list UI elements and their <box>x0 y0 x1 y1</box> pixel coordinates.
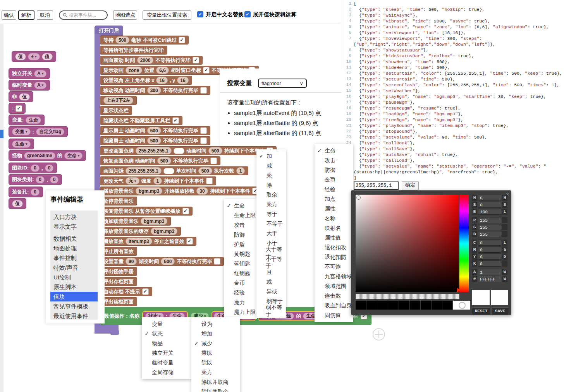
checkbox-field[interactable] <box>200 87 207 94</box>
menu-item[interactable]: 除以并取余 <box>191 387 240 392</box>
menu-item[interactable]: 小于等于 <box>256 258 286 267</box>
menu-item[interactable]: 经验 <box>315 185 353 194</box>
statement-block[interactable]: 等待500毫秒 不可被Ctrl跳过 <box>100 36 189 45</box>
field-pill[interactable]: 0 <box>50 176 59 183</box>
menu-item[interactable]: 魔力上限 <box>224 307 257 317</box>
statement-block[interactable]: 呼出存档页面 <box>100 277 137 286</box>
statement-block[interactable]: 暂停背景音乐 <box>100 197 137 205</box>
dropdown-field[interactable]: 无 <box>126 177 139 185</box>
category-item[interactable]: 常见事件模板 <box>50 301 98 311</box>
statement-block[interactable]: 移动视角 动画时间300不等待执行完毕 <box>100 86 210 95</box>
field-value[interactable]: 0 <box>478 246 501 253</box>
palette-block[interactable]: 图块类别:0,0 <box>9 174 62 185</box>
palette-block[interactable]: 独立开关A <box>9 68 50 79</box>
field-pill[interactable]: 生命 <box>26 116 41 124</box>
field-pill[interactable]: 300 <box>147 87 161 94</box>
field-pill[interactable]: 16 <box>177 77 188 84</box>
dropdown-field[interactable]: 生命 <box>64 152 83 159</box>
checkbox-field[interactable] <box>182 208 189 214</box>
vertical-scrollbar[interactable] <box>0 24 3 392</box>
category-item[interactable]: 入口方块 <box>50 212 98 222</box>
menu-item[interactable]: 大于 <box>256 229 286 238</box>
field-pill[interactable]: 500 <box>115 36 129 44</box>
value-pill[interactable]: 值 <box>15 53 26 60</box>
field-pill[interactable]: greenSlime <box>24 152 55 159</box>
menu-item[interactable]: 等于 <box>256 209 286 219</box>
field-value[interactable]: 100 <box>478 209 501 215</box>
field-pill[interactable]: bgm.mp3 <box>151 228 177 235</box>
menu-item[interactable]: 护盾 <box>224 240 257 249</box>
cancel-button[interactable]: 取消 <box>37 10 53 20</box>
category-item[interactable]: 地图处理 <box>50 243 98 253</box>
field-pill[interactable]: 0 <box>45 164 54 172</box>
field-pill[interactable]: 1 <box>236 167 245 175</box>
menu-item[interactable]: 金币 <box>224 278 257 288</box>
menu-item[interactable]: 乘方 <box>256 200 286 209</box>
statement-block[interactable]: 呼出读档页面 <box>100 297 137 306</box>
statement-block[interactable]: 播放背景音乐bgm.mp3开始播放秒数30持续到下个本事件 <box>100 187 262 195</box>
field-pill[interactable]: 90 <box>126 258 137 265</box>
search-input[interactable]: 搜索事件块... <box>59 10 108 20</box>
saturation-value-square[interactable] <box>356 195 459 292</box>
dropdown-field[interactable]: 生命 <box>12 140 31 148</box>
menu-item[interactable]: 除 <box>256 180 286 190</box>
field-pill[interactable]: 500 <box>161 258 175 265</box>
field-pill[interactable]: 500 <box>147 127 161 134</box>
menu-item[interactable]: 减 <box>256 161 286 171</box>
statement-block[interactable]: 上右3下2左 <box>100 96 137 105</box>
checkbox-field[interactable] <box>193 57 199 63</box>
zoom-in-icon[interactable] <box>373 328 385 341</box>
field-pill[interactable]: zone <box>126 67 142 74</box>
menu-item[interactable]: 金币 <box>315 175 353 185</box>
statement-block[interactable]: 预加载背景音乐bgm.mp3 <box>100 217 171 226</box>
sv-cursor-icon[interactable] <box>356 195 361 200</box>
menu-item[interactable]: 乘方 <box>191 368 240 377</box>
menu-item[interactable]: 异或 <box>256 287 286 296</box>
field-pill[interactable]: item.mp3 <box>126 238 152 245</box>
statement-block[interactable]: 画面闪烁255,255,255,1单次时间500执行次数1 <box>100 166 248 175</box>
palette-block[interactable]: 图块ID:0,0 <box>9 163 57 173</box>
palette-block[interactable]: 临时变量A <box>9 80 50 91</box>
menu-item[interactable]: 设为 <box>191 319 240 329</box>
color-ok-button[interactable]: 确定 <box>402 181 419 190</box>
statement-block[interactable]: 播放音效item.mp3停止之前音效 <box>100 237 196 246</box>
field-pill[interactable]: 500 <box>157 157 171 164</box>
field-pill[interactable]: 6,6 <box>156 67 169 74</box>
menu-item[interactable]: 映射名 <box>315 223 353 233</box>
field-pill[interactable]: 自定义flag <box>36 128 64 135</box>
statement-block[interactable]: 显示状态栏 <box>100 106 132 115</box>
menu-item[interactable]: 退化扣防 <box>315 252 353 262</box>
expand-logic-checkbox[interactable]: ✓ <box>244 11 251 17</box>
palette-block[interactable]: 怪物greenSlime的生命 <box>9 150 86 161</box>
category-item[interactable]: 特效/声音 <box>50 263 98 272</box>
category-item[interactable]: 原生脚本 <box>50 282 98 292</box>
menu-item[interactable]: ✓加 <box>256 151 286 161</box>
menu-item[interactable]: 或 <box>256 277 286 287</box>
palette-block[interactable]: 值 <box>9 198 26 209</box>
field-pill[interactable]: 0 <box>31 188 40 196</box>
statement-block[interactable]: 等待所有异步事件执行完毕 <box>100 46 167 55</box>
palette-block[interactable]: : <box>9 103 26 114</box>
statement-block[interactable]: 显示勇士 动画时间500不等待执行完毕 <box>100 126 210 135</box>
chinese-name-checkbox[interactable]: ✓ <box>197 11 203 17</box>
menu-item[interactable]: 不等于 <box>256 219 286 229</box>
hue-slider[interactable] <box>459 195 469 292</box>
menu-item[interactable]: ✓状态 <box>142 329 194 339</box>
menu-item[interactable]: ✓减少 <box>191 339 240 348</box>
field-value[interactable]: 255 <box>478 217 501 223</box>
menu-item[interactable]: 临时变量 <box>142 358 194 368</box>
menu-item[interactable]: 退化扣攻 <box>315 243 353 252</box>
category-item[interactable]: 值块 <box>50 292 98 301</box>
var-position-search-button[interactable]: 变量出现位置搜索 <box>143 10 191 20</box>
field-value[interactable]: 255 <box>478 224 501 230</box>
statement-block[interactable]: 画面震动 时间2000不等待执行完毕 <box>100 56 203 65</box>
field-value[interactable]: 0 <box>478 260 501 267</box>
value-pill[interactable]: 上右3下2左 <box>103 97 133 104</box>
statement-block[interactable]: 设置视角 左上角坐标 x16, y16 <box>100 76 192 85</box>
json-code-editor[interactable]: 1[2 {"type": "sleep", "time": 500, "noSk… <box>341 0 564 180</box>
category-item[interactable]: 事件控制 <box>50 253 98 263</box>
statement-block[interactable]: 停止所有音效 <box>100 247 137 256</box>
checkbox-field[interactable] <box>210 157 217 164</box>
field-value[interactable]: 255 <box>478 231 501 237</box>
checkbox-field[interactable] <box>186 238 193 245</box>
